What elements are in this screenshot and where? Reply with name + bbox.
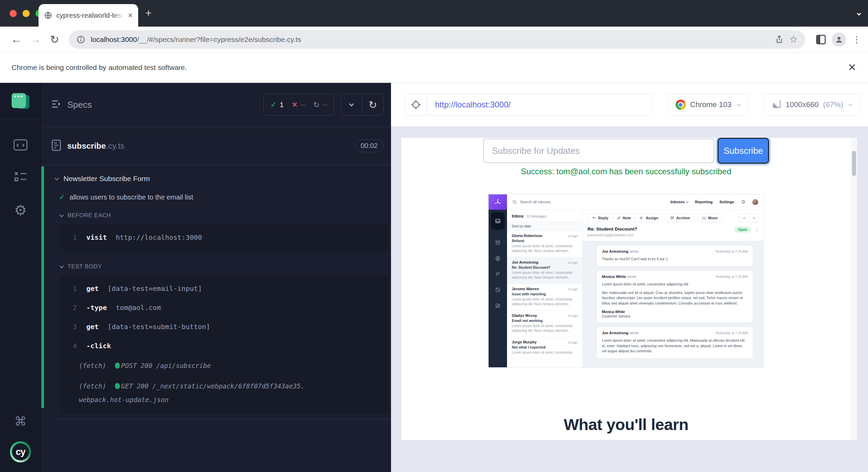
suite-title: Newsletter Subscribe Form — [63, 175, 150, 183]
subscribe-button[interactable]: Subscribe — [718, 138, 769, 164]
selector-playground-icon[interactable] — [405, 94, 427, 115]
address-bar[interactable]: localhost:3000/__/#/specs/runner?file=cy… — [69, 30, 805, 49]
chevron-down-icon — [753, 216, 755, 219]
rail-archive-icon[interactable] — [495, 240, 501, 246]
command-row[interactable]: 4 -click — [60, 336, 389, 355]
browser-selector[interactable]: Chrome 103 — [668, 94, 748, 116]
tab-close-icon[interactable]: × — [128, 11, 133, 19]
infobar-close-icon[interactable]: ✕ — [848, 62, 856, 73]
status-badge[interactable]: Open — [734, 226, 751, 233]
chevron-down-icon — [349, 102, 354, 106]
search-input[interactable]: Search all inboxes — [520, 200, 551, 204]
message-menu-icon[interactable]: ⋮ — [755, 227, 759, 232]
rerun-tests-button[interactable]: ↻ — [362, 94, 383, 115]
cypress-reporter: Specs ✓ 1 ✕ -- ↻ -- — [41, 83, 391, 472]
spec-file-name: subscribe.cy.ts — [67, 141, 125, 151]
prev-message-button[interactable] — [739, 213, 749, 222]
reply-button[interactable]: Reply — [588, 214, 612, 222]
url-text: localhost:3000/__/#/specs/runner?file=cy… — [91, 35, 769, 44]
list-item[interactable]: Gladys Mccoy1d ago Email not working Lor… — [507, 310, 582, 337]
forward-button[interactable]: → — [26, 33, 45, 46]
user-avatar[interactable] — [752, 199, 758, 205]
chevron-down-icon — [737, 102, 741, 106]
command-row[interactable]: 1 get [data-test=email-input] — [60, 279, 389, 298]
chevron-down-icon — [857, 11, 861, 16]
command-row[interactable]: 1 visit http://localhost:3000 — [60, 228, 389, 247]
reload-button[interactable]: ↻ — [45, 33, 64, 46]
back-button[interactable]: ← — [7, 33, 26, 46]
move-button[interactable]: Move — [697, 213, 722, 222]
new-tab-button[interactable]: + — [143, 8, 154, 19]
fetch-log-row[interactable]: (fetch)GET 200 /_next/static/webpack/6f8… — [60, 376, 313, 410]
command-row[interactable]: 3 get [data-test=submit-button] — [60, 317, 389, 336]
before-each-commands: 1 visit http://localhost:3000 — [60, 224, 389, 251]
assign-button[interactable]: Assign — [635, 214, 662, 222]
side-panel-icon[interactable] — [816, 35, 826, 44]
message-card: Joe Armstrong wrote Yesterday at 7:24 AM… — [597, 246, 753, 266]
test-body-header[interactable]: TEST BODY — [60, 263, 391, 270]
sort-by-date[interactable]: Sort by date — [507, 222, 582, 231]
specs-list-icon[interactable] — [52, 100, 62, 110]
rail-spam-icon[interactable] — [495, 287, 501, 293]
minimize-window-button[interactable] — [23, 10, 30, 17]
status-ok-dot — [115, 363, 120, 369]
close-window-button[interactable] — [10, 10, 17, 17]
bell-icon[interactable] — [741, 200, 746, 204]
profile-avatar[interactable] — [832, 32, 846, 47]
sidebar-item-results[interactable] — [14, 171, 27, 182]
list-item[interactable]: Jorge Murphy1d ago Not what I expected L… — [507, 337, 582, 359]
bookmark-star-icon[interactable]: ☆ — [789, 34, 798, 45]
email-input[interactable] — [483, 138, 714, 163]
specs-title: Specs — [67, 100, 92, 110]
list-item[interactable]: Gloria Robertson1d ago Refund Lorem ipsu… — [507, 231, 582, 257]
cypress-specs-logo-icon[interactable] — [12, 93, 29, 109]
chevron-down-icon — [59, 213, 64, 217]
rail-contacts-icon[interactable] — [495, 256, 501, 261]
aut-scrollbar[interactable] — [851, 138, 857, 440]
check-icon: ✓ — [271, 100, 277, 109]
rail-flag-icon[interactable] — [495, 271, 501, 277]
spec-file-row[interactable]: subscribe.cy.ts 00:02 — [41, 127, 391, 165]
chevron-down-icon — [55, 176, 59, 180]
aut-header: http://localhost:3000/ Chrome 103 1000x6… — [391, 83, 868, 127]
browser-tab[interactable]: cypress-realworld-testing-cou × — [39, 4, 138, 27]
browser-toolbar: ← → ↻ localhost:3000/__/#/specs/runner?f… — [0, 27, 868, 53]
sidebar-item-runs[interactable] — [13, 139, 28, 151]
browser-menu-icon[interactable]: ⋮ — [852, 34, 861, 45]
keyboard-shortcuts-icon[interactable]: ⌘ — [14, 414, 27, 428]
test-stats: ✓ 1 ✕ -- ↻ -- — [263, 94, 334, 116]
list-item-selected[interactable]: Joe Armstrong1d ago Re: Student Discount… — [507, 257, 582, 284]
rail-inbox-icon[interactable] — [491, 212, 505, 230]
test-row[interactable]: ✓ allows users to subscribe to the email… — [59, 193, 391, 201]
sidebar-item-settings-gear-icon[interactable]: ⚙ — [14, 202, 27, 219]
stat-pending: ↻ -- — [313, 101, 327, 109]
test-passed-check-icon: ✓ — [59, 193, 65, 201]
viewport-selector[interactable]: 1000x660 (67%) — [764, 94, 860, 116]
collapse-all-button[interactable] — [341, 94, 362, 115]
share-icon[interactable] — [775, 35, 784, 44]
next-message-button[interactable] — [749, 213, 758, 222]
nav-inboxes[interactable]: Inboxes — [670, 200, 688, 204]
note-button[interactable]: Note — [612, 214, 635, 222]
tab-search-button[interactable] — [857, 10, 860, 16]
chevron-up-icon — [743, 217, 745, 219]
nav-reporting[interactable]: Reporting — [695, 200, 713, 204]
before-each-header[interactable]: BEFORE EACH — [60, 212, 391, 219]
rail-compose-icon[interactable] — [495, 303, 501, 308]
command-row[interactable]: 2 -type tom@aol.com — [60, 298, 389, 317]
cypress-logo[interactable]: cy — [10, 441, 31, 462]
suite-row[interactable]: Newsletter Subscribe Form — [55, 175, 391, 183]
nav-settings[interactable]: Settings — [720, 200, 734, 204]
test-body-commands: 1 get [data-test=email-input] 2 -type to… — [60, 276, 389, 414]
chrome-icon — [676, 100, 686, 110]
refresh-icon: ↻ — [368, 99, 377, 111]
page-info-icon[interactable] — [76, 35, 85, 44]
archive-button[interactable]: Archive — [666, 213, 694, 222]
fetch-log-row[interactable]: (fetch)POST 200 /api/subscribe — [60, 355, 313, 376]
stat-failed: ✕ -- — [292, 101, 305, 109]
list-item[interactable]: Jerome Warren1d ago Issue with reporting… — [507, 284, 582, 310]
scrollbar-thumb[interactable] — [852, 151, 856, 176]
inbox-app-logo-icon — [489, 194, 507, 210]
aut-url-bar[interactable]: http://localhost:3000/ — [405, 94, 652, 116]
reporter-actions: ↻ — [341, 94, 384, 116]
